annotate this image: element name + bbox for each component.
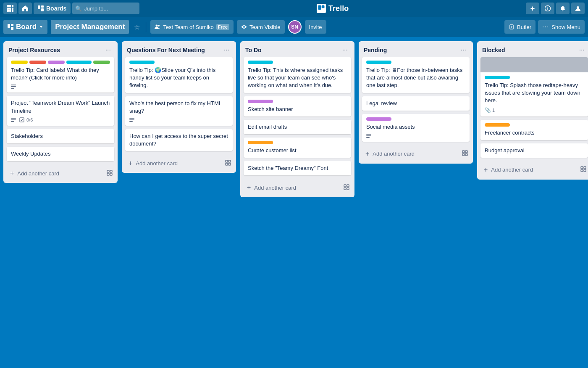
- card-text: Trello Tip: Card labels! What do they me…: [11, 66, 110, 82]
- card-card-sketch-font[interactable]: Sketch the "Teamy Dreamy" Font: [244, 161, 351, 175]
- list-title-to-do: To Do: [245, 47, 341, 53]
- top-nav: Boards 🔍 Trello + i: [0, 0, 588, 17]
- card-card-freelancer[interactable]: Freelancer contracts: [480, 120, 588, 140]
- user-menu-button[interactable]: [571, 3, 585, 14]
- svg-rect-42: [228, 160, 231, 162]
- svg-rect-53: [465, 151, 467, 153]
- card-card-weekly-updates[interactable]: Weekly Updates: [7, 147, 114, 161]
- svg-rect-51: [366, 137, 370, 138]
- list-cards-project-resources: Trello Tip: Card labels! What do they me…: [3, 57, 118, 164]
- list-menu-button-questions-next-meeting[interactable]: ···: [222, 45, 231, 55]
- svg-text:i: i: [547, 7, 549, 11]
- card-card-secret-doc[interactable]: How can I get access to the super secret…: [125, 129, 233, 151]
- card-text: How can I get access to the super secret…: [129, 132, 228, 148]
- add-template-button-project-resources[interactable]: [105, 168, 114, 179]
- add-card-button-pending[interactable]: + Add another card: [362, 148, 460, 160]
- card-card-budget-approval[interactable]: Budget approval: [480, 143, 588, 158]
- board-header: Board Project Management ☆ Test Team of …: [0, 17, 588, 37]
- svg-rect-9: [38, 5, 40, 9]
- card-card-tip-blocked[interactable]: Trello Tip: Splash those redtape-heavy i…: [480, 57, 588, 116]
- card-footer: 0/6: [11, 117, 110, 122]
- svg-rect-46: [347, 185, 349, 187]
- search-input[interactable]: [72, 3, 139, 14]
- star-button[interactable]: ☆: [132, 21, 142, 33]
- add-button[interactable]: +: [526, 3, 539, 14]
- card-card-tip-pending[interactable]: Trello Tip: 🖥For those in-between tasks …: [362, 57, 470, 93]
- notifications-button[interactable]: [556, 3, 570, 14]
- card-card-sketch-banner[interactable]: Sketch site banner: [244, 96, 351, 116]
- search-wrapper: 🔍: [72, 3, 139, 14]
- list-menu-button-to-do[interactable]: ···: [341, 45, 349, 55]
- card-card-launch-timeline[interactable]: Project "Teamwork Dream Work" Launch Tim…: [7, 96, 114, 125]
- butler-button[interactable]: Butler: [504, 20, 536, 34]
- svg-rect-8: [12, 10, 13, 12]
- svg-rect-4: [9, 8, 11, 10]
- list-menu-button-pending[interactable]: ···: [459, 45, 468, 55]
- card-text: Freelancer contracts: [485, 129, 584, 137]
- svg-rect-55: [465, 154, 467, 156]
- svg-rect-28: [11, 86, 16, 87]
- apps-icon-button[interactable]: [3, 3, 17, 14]
- avatar-initials: SN: [291, 24, 298, 30]
- home-button[interactable]: [18, 3, 32, 14]
- svg-point-22: [243, 26, 245, 28]
- card-labels: [129, 61, 228, 64]
- svg-rect-10: [41, 5, 44, 8]
- svg-rect-49: [366, 134, 371, 135]
- card-footer: [129, 117, 228, 122]
- boards-button[interactable]: Boards: [34, 3, 71, 14]
- add-template-button-questions-next-meeting[interactable]: [223, 158, 233, 169]
- card-text: Who's the best person to fix my HTML sna…: [129, 100, 228, 115]
- trello-title: Trello: [328, 4, 349, 13]
- card-card-legal-review[interactable]: Legal review: [362, 96, 470, 111]
- visibility-button[interactable]: Team Visible: [237, 20, 284, 34]
- list-title-questions-next-meeting: Questions For Next Meeting: [127, 47, 222, 53]
- card-card-edit-email[interactable]: Edit email drafts: [244, 120, 351, 134]
- card-footer: 📎 1: [485, 107, 584, 113]
- add-card-button-project-resources[interactable]: + Add another card: [7, 167, 105, 180]
- card-card-tip-slide[interactable]: Trello Tip: 🌍Slide your Q's into this ha…: [125, 57, 233, 93]
- info-button[interactable]: i: [541, 3, 554, 14]
- svg-rect-35: [110, 170, 112, 172]
- svg-point-21: [158, 25, 160, 26]
- add-card-button-blocked[interactable]: + Add another card: [480, 164, 579, 176]
- show-menu-label: Show Menu: [551, 24, 580, 30]
- list-pending: Pending···Trello Tip: 🖥For those in-betw…: [359, 41, 473, 164]
- board-view-button[interactable]: Board: [3, 20, 47, 34]
- card-card-tip-labels[interactable]: Trello Tip: Card labels! What do they me…: [7, 57, 114, 93]
- add-template-button-blocked[interactable]: [579, 164, 588, 175]
- card-card-tip-todo[interactable]: Trello Tip: This is where assigned tasks…: [244, 57, 351, 93]
- card-text: Trello Tip: This is where assigned tasks…: [248, 66, 347, 90]
- card-label: [248, 100, 273, 103]
- svg-rect-27: [11, 85, 16, 85]
- trello-logo: Trello: [317, 4, 349, 13]
- list-menu-button-project-resources[interactable]: ···: [104, 45, 113, 55]
- nav-right: + i: [526, 3, 585, 14]
- svg-rect-48: [347, 188, 349, 190]
- card-card-html-snag[interactable]: Who's the best person to fix my HTML sna…: [125, 96, 233, 126]
- list-title-pending: Pending: [364, 47, 459, 53]
- card-card-social-media[interactable]: Social media assets: [362, 114, 470, 142]
- svg-rect-30: [11, 118, 16, 119]
- board-title[interactable]: Project Management: [51, 20, 129, 34]
- team-button[interactable]: Test Team of Sumiko Free: [150, 20, 234, 34]
- user-avatar[interactable]: SN: [288, 20, 302, 34]
- add-card-button-to-do[interactable]: + Add another card: [244, 181, 342, 194]
- card-footer: [366, 133, 465, 138]
- svg-rect-58: [581, 169, 583, 172]
- card-label: [129, 61, 155, 64]
- invite-button[interactable]: Invite: [305, 20, 326, 34]
- add-template-button-pending[interactable]: [460, 148, 470, 159]
- card-card-curate-customer[interactable]: Curate customer list: [244, 138, 351, 158]
- add-card-button-questions-next-meeting[interactable]: + Add another card: [125, 157, 223, 169]
- svg-rect-47: [344, 188, 346, 190]
- card-card-stakeholders[interactable]: Stakeholders: [7, 129, 114, 143]
- show-menu-button[interactable]: ··· Show Menu: [538, 20, 585, 34]
- add-template-button-to-do[interactable]: [342, 183, 351, 193]
- card-label: [485, 123, 510, 127]
- card-text: Trello Tip: 🌍Slide your Q's into this ha…: [129, 66, 228, 90]
- board-view-label: Board: [16, 23, 37, 31]
- divider-1: [146, 22, 146, 32]
- list-menu-button-blocked[interactable]: ···: [578, 45, 586, 55]
- svg-rect-37: [110, 173, 112, 175]
